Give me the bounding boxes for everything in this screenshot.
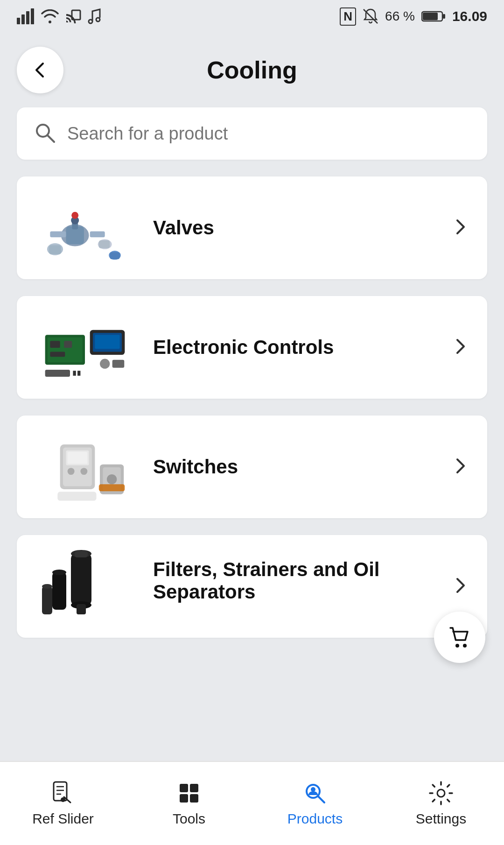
valves-label: Valves [153,217,450,239]
svg-rect-66 [180,794,188,803]
switches-chevron [450,456,470,478]
svg-rect-51 [75,551,88,557]
svg-line-69 [318,796,324,803]
nav-item-ref-slider[interactable]: Ref Slider [0,780,126,827]
search-icon [34,121,56,146]
svg-rect-20 [99,240,110,248]
nav-item-settings[interactable]: Settings [378,780,504,827]
svg-rect-34 [45,370,70,377]
back-button[interactable] [17,47,63,93]
time-display: 16.09 [452,8,487,24]
cart-fab-button[interactable] [434,612,485,663]
nav-label-ref-slider: Ref Slider [32,811,94,827]
wifi-icon [41,9,59,23]
music-icon [88,8,101,24]
status-right: N 66 % 16.09 [340,7,487,26]
svg-rect-26 [50,341,60,348]
svg-rect-8 [443,14,445,19]
filters-label: Filters, Strainers and Oil Separators [153,554,450,603]
switches-label: Switches [153,456,450,478]
main-content: Valves [0,107,504,638]
bottom-nav: Ref Slider Tools Products Settings [0,761,504,845]
category-card-electronic-controls[interactable]: Electronic Controls [17,296,487,399]
nfc-label: N [340,7,356,26]
svg-rect-52 [77,604,86,614]
electronic-controls-label: Electronic Controls [153,336,450,359]
svg-rect-1 [21,14,25,24]
svg-rect-27 [64,341,72,348]
nav-label-tools: Tools [173,811,205,827]
switches-image [34,430,136,504]
svg-rect-23 [110,252,119,259]
svg-rect-40 [68,452,88,464]
cast-icon [65,9,81,23]
svg-rect-0 [17,18,20,24]
svg-rect-7 [423,13,438,20]
nav-item-products[interactable]: Products [252,780,378,827]
status-bar: N 66 % 16.09 [0,0,504,33]
electronic-controls-image [34,310,136,385]
svg-point-41 [68,468,75,475]
valves-image [34,190,136,265]
svg-rect-65 [190,784,198,792]
battery-percent: 66 % [385,9,415,24]
svg-rect-31 [95,335,119,349]
svg-rect-47 [57,492,96,500]
search-input[interactable] [67,124,470,144]
nav-item-tools[interactable]: Tools [126,780,252,827]
svg-point-56 [42,584,52,589]
signal-icon [17,8,35,24]
svg-point-63 [61,797,65,802]
battery-icon [421,10,446,23]
svg-point-21 [71,212,78,219]
status-left [17,8,101,24]
filters-image [34,549,136,624]
svg-point-57 [455,644,459,648]
svg-rect-28 [50,352,65,357]
svg-point-71 [437,789,445,797]
svg-point-58 [463,644,467,648]
svg-rect-16 [90,231,105,237]
nav-label-settings: Settings [416,811,466,827]
category-card-switches[interactable]: Switches [17,415,487,518]
svg-rect-36 [77,371,80,376]
svg-rect-64 [180,784,188,792]
svg-rect-53 [52,572,66,610]
svg-rect-55 [42,586,52,614]
svg-point-70 [311,787,315,792]
svg-rect-33 [112,360,125,368]
svg-rect-3 [31,8,34,24]
header: Cooling [0,33,504,107]
svg-rect-67 [190,794,198,803]
svg-line-10 [48,135,54,142]
filters-chevron [450,575,470,598]
electronic-controls-chevron [450,336,470,359]
svg-point-45 [107,474,117,484]
svg-rect-35 [73,371,76,376]
nav-label-products: Products [287,811,343,827]
svg-rect-48 [71,554,91,605]
bell-mute-icon [363,8,378,24]
svg-point-32 [100,359,110,369]
svg-point-54 [52,570,66,575]
page-title: Cooling [63,56,441,84]
svg-point-42 [80,468,87,475]
category-card-valves[interactable]: Valves [17,176,487,279]
svg-rect-2 [26,11,29,24]
svg-rect-18 [49,245,61,254]
valves-chevron [450,217,470,239]
category-card-filters[interactable]: Filters, Strainers and Oil Separators [17,535,487,638]
search-bar[interactable] [17,107,487,160]
svg-rect-15 [50,231,66,237]
svg-rect-46 [99,484,125,491]
